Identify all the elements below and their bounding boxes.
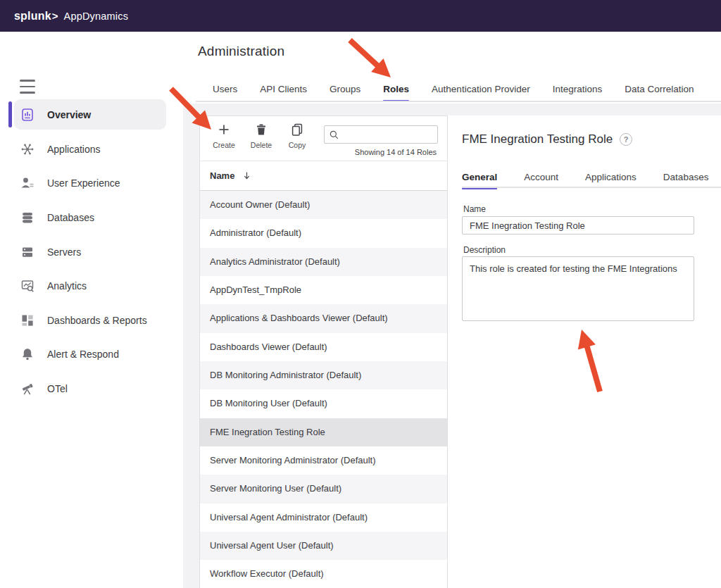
- detail-tab-applications[interactable]: Applications: [585, 166, 637, 188]
- trash-icon: [254, 123, 268, 139]
- tabs-divider: [196, 101, 721, 102]
- copy-icon: [290, 123, 304, 139]
- role-row[interactable]: DB Monitoring User (Default): [200, 389, 447, 418]
- tab-authentication-provider[interactable]: Authentication Provider: [432, 77, 530, 101]
- sidebar-item-dashboards-reports[interactable]: Dashboards & Reports: [0, 304, 183, 338]
- roles-search-box: [324, 125, 438, 144]
- sidebar-item-applications[interactable]: Applications: [0, 132, 183, 167]
- role-row[interactable]: Workflow Executor (Default): [200, 560, 447, 588]
- delete-button[interactable]: Delete: [246, 123, 277, 149]
- splunk-appdynamics-logo: splunk> AppDynamics: [14, 10, 128, 23]
- role-row[interactable]: Administrator (Default): [200, 219, 447, 247]
- sidebar-item-label: Applications: [47, 144, 101, 155]
- servers-icon: [20, 245, 35, 259]
- role-row[interactable]: DB Monitoring Administrator (Default): [200, 361, 447, 389]
- search-icon: [329, 130, 339, 140]
- role-row[interactable]: Analytics Administrator (Default): [200, 248, 447, 276]
- sidebar-item-label: User Experience: [47, 177, 120, 189]
- role-detail-title: FME Inegration Testing Role: [462, 132, 613, 146]
- sidebar-item-alert-respond[interactable]: Alert & Respond: [0, 337, 183, 372]
- tab-api-clients[interactable]: API Clients: [260, 77, 307, 101]
- tab-users[interactable]: Users: [213, 77, 237, 101]
- overview-icon: [20, 108, 35, 122]
- role-description-textarea[interactable]: This role is created for testing the FME…: [462, 256, 694, 321]
- role-detail-tabs: GeneralAccountApplicationsDatabases: [462, 166, 708, 188]
- role-row[interactable]: Universal Agent User (Default): [200, 532, 447, 560]
- brand-chevron: >: [52, 10, 58, 22]
- applications-icon: [20, 142, 35, 156]
- role-row[interactable]: Applications & Dashboards Viewer (Defaul…: [200, 304, 447, 332]
- delete-button-label: Delete: [251, 141, 272, 149]
- admin-tabs: UsersAPI ClientsGroupsRolesAuthenticatio…: [213, 77, 694, 101]
- menu-icon[interactable]: [20, 80, 35, 94]
- role-row[interactable]: Server Monitoring Administrator (Default…: [200, 446, 447, 475]
- detail-tab-general[interactable]: General: [462, 166, 497, 188]
- create-button-label: Create: [213, 141, 235, 149]
- alert-icon: [20, 347, 35, 361]
- description-field-label: Description: [463, 245, 506, 255]
- sidebar: OverviewApplicationsUser ExperienceDatab…: [0, 32, 183, 588]
- sort-descending-icon: [242, 170, 252, 181]
- topbar: splunk> AppDynamics: [0, 0, 721, 32]
- roles-list-panel: Create Delete Copy Showing 14 of 14 Role…: [199, 115, 448, 588]
- detail-tabs-divider: [462, 187, 721, 188]
- copy-button[interactable]: Copy: [282, 123, 313, 149]
- sidebar-item-label: Alert & Respond: [47, 349, 119, 360]
- name-column-header[interactable]: Name: [200, 161, 447, 191]
- role-row[interactable]: Dashboards Viewer (Default): [200, 333, 447, 361]
- help-icon[interactable]: ?: [620, 133, 632, 146]
- role-row[interactable]: AppDynTest_TmpRole: [200, 276, 447, 304]
- roles-list: Account Owner (Default)Administrator (De…: [200, 191, 447, 588]
- roles-toolbar: Create Delete Copy Showing 14 of 14 Role…: [200, 116, 447, 161]
- tab-groups[interactable]: Groups: [330, 77, 360, 101]
- sidebar-item-servers[interactable]: Servers: [0, 234, 183, 269]
- brand-product: AppDynamics: [64, 11, 129, 22]
- roles-search-input[interactable]: [343, 130, 433, 140]
- sidebar-item-label: Databases: [47, 212, 94, 223]
- sidebar-item-databases[interactable]: Databases: [0, 201, 183, 235]
- sidebar-item-otel[interactable]: OTel: [0, 372, 183, 406]
- analytics-icon: [20, 279, 35, 293]
- sidebar-item-label: Overview: [47, 109, 91, 120]
- role-row[interactable]: Universal Agent Administrator (Default): [200, 503, 447, 532]
- role-name-input[interactable]: [462, 216, 694, 234]
- sidebar-item-user-experience[interactable]: User Experience: [0, 166, 183, 201]
- databases-icon: [20, 211, 35, 225]
- active-indicator: [8, 101, 12, 127]
- user-experience-icon: [20, 176, 35, 190]
- sidebar-item-analytics[interactable]: Analytics: [0, 269, 183, 304]
- role-row[interactable]: Account Owner (Default): [200, 191, 447, 219]
- sidebar-item-label: Analytics: [47, 280, 87, 292]
- sidebar-nav: OverviewApplicationsUser ExperienceDatab…: [0, 98, 183, 406]
- detail-tab-databases[interactable]: Databases: [663, 166, 709, 188]
- sidebar-item-label: Dashboards & Reports: [47, 315, 147, 326]
- tab-data-correlation[interactable]: Data Correlation: [625, 77, 694, 101]
- create-button[interactable]: Create: [208, 123, 239, 149]
- copy-button-label: Copy: [289, 141, 306, 149]
- role-row[interactable]: FME Inegration Testing Role: [200, 418, 447, 446]
- sidebar-item-label: Servers: [47, 246, 81, 258]
- role-row[interactable]: Server Monitoring User (Default): [200, 475, 447, 503]
- tab-integrations[interactable]: Integrations: [553, 77, 603, 101]
- name-field-label: Name: [463, 204, 486, 214]
- otel-icon: [20, 382, 35, 396]
- showing-count: Showing 14 of 14 Roles: [355, 148, 437, 156]
- page-title: Administration: [198, 44, 284, 59]
- brand-splunk: splunk: [14, 10, 51, 23]
- dashboards-icon: [20, 313, 35, 327]
- sidebar-item-overview[interactable]: Overview: [0, 98, 183, 132]
- sidebar-item-label: OTel: [47, 383, 68, 394]
- detail-tab-account[interactable]: Account: [524, 166, 558, 188]
- tab-roles[interactable]: Roles: [383, 77, 409, 101]
- role-detail-panel: FME Inegration Testing Role ? GeneralAcc…: [448, 115, 721, 588]
- plus-icon: [217, 123, 231, 139]
- name-column-label: Name: [210, 170, 234, 181]
